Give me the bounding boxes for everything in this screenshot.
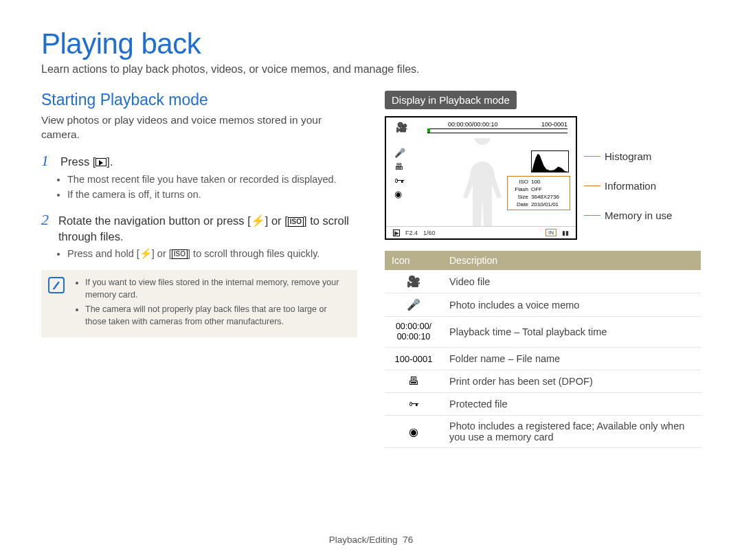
section-heading: Starting Playback mode — [41, 91, 357, 109]
note-item: The camera will not properly play back f… — [85, 304, 348, 328]
folder-file-text: 100-0001 — [395, 354, 433, 365]
step-2-bullets: Press and hold [⚡] or [ISO] to scroll th… — [41, 247, 357, 260]
callout-connector — [584, 156, 600, 157]
page-footer: Playback/Editing 76 — [0, 535, 742, 545]
step-1-bullets: The most recent file you have taken or r… — [41, 172, 357, 202]
bullet-item: The most recent file you have taken or r… — [67, 172, 357, 186]
manual-page: Playing back Learn actions to play back … — [0, 0, 742, 560]
histogram-thumbnail — [531, 150, 569, 172]
print-order-icon: 🖶 — [408, 375, 419, 387]
playback-button-icon — [95, 158, 106, 166]
table-desc: Video file — [442, 270, 701, 293]
step-2: 2 Rotate the navigation button or press … — [41, 211, 357, 260]
step-number: 2 — [41, 211, 52, 229]
step-number: 1 — [41, 152, 54, 170]
memory-in-use-badge: IN — [546, 229, 556, 236]
table-desc: Playback time – Total playback time — [442, 317, 701, 348]
registered-face-icon: ◉ — [394, 188, 405, 201]
bullet-item: If the camera is off, it turns on. — [67, 188, 357, 201]
flash-icon: ⚡ — [251, 213, 265, 228]
two-column-layout: Starting Playback mode View photos or pl… — [41, 91, 701, 448]
table-desc: Photo includes a registered face; Availa… — [442, 416, 701, 448]
photo-silhouette — [451, 138, 513, 227]
video-file-icon: 🎥 — [396, 122, 407, 133]
page-intro: Learn actions to play back photos, video… — [41, 63, 701, 76]
camera-lcd-preview: 🎥 00:00:00/00:00:10 100-0001 🎤 🖶 🗝 ◉ — [385, 116, 577, 240]
step-1: 1 Press []. The most recent file you hav… — [41, 152, 357, 202]
playback-mode-icon: ▶ — [393, 229, 400, 236]
aperture-value: F2.4 — [405, 229, 418, 236]
progress-track — [427, 128, 567, 129]
right-column: Display in Playback mode 🎥 00:00:00/00:0… — [385, 91, 701, 448]
callout-connector — [584, 215, 600, 216]
note-box: If you want to view files stored in the … — [41, 270, 357, 337]
icon-description-table: Icon Description 🎥 Video file 🎤 Photo in… — [385, 251, 701, 448]
table-head-icon: Icon — [385, 251, 442, 270]
display-mode-label: Display in Playback mode — [385, 91, 517, 109]
voice-memo-icon: 🎤 — [407, 299, 420, 311]
footer-section: Playback/Editing — [329, 535, 398, 545]
lcd-bottom-bar: ▶ F2.4 1/60 IN ▮▮ — [386, 226, 576, 238]
folder-file-name: 100-0001 — [541, 121, 567, 128]
footer-page-number: 76 — [403, 535, 413, 545]
progress-track — [427, 133, 567, 133]
note-icon — [48, 277, 65, 293]
status-icon-stack: 🎤 🖶 🗝 ◉ — [394, 146, 405, 201]
callout-histogram: Histogram — [605, 150, 651, 162]
table-row: 100-0001 Folder name – File name — [385, 348, 701, 370]
table-row: 🎥 Video file — [385, 270, 701, 293]
table-row: 🎤 Photo includes a voice memo — [385, 293, 701, 317]
left-column: Starting Playback mode View photos or pl… — [41, 91, 357, 448]
callout-connector — [584, 186, 600, 186]
voice-memo-icon: 🎤 — [394, 146, 405, 160]
table-desc: Folder name – File name — [442, 348, 701, 370]
flash-icon: ⚡ — [139, 247, 152, 260]
table-desc: Protected file — [442, 393, 701, 416]
table-desc: Print order has been set (DPOF) — [442, 370, 701, 393]
protected-icon: 🗝 — [409, 398, 419, 410]
table-row: 00:00:00/00:00:10 Playback time – Total … — [385, 317, 701, 348]
protected-icon: 🗝 — [394, 174, 405, 188]
video-file-icon: 🎥 — [407, 276, 420, 287]
callout-memory: Memory in use — [605, 210, 672, 221]
section-lead: View photos or play videos and voice mem… — [41, 113, 357, 142]
shutter-value: 1/60 — [423, 229, 436, 236]
callout-labels: Histogram Information Memory in use — [584, 116, 672, 221]
battery-icon: ▮▮ — [562, 229, 569, 236]
note-item: If you want to view files stored in the … — [85, 277, 348, 301]
table-row: ◉ Photo includes a registered face; Avai… — [385, 416, 701, 448]
step-2-instruction: Rotate the navigation button or press [⚡… — [58, 213, 357, 244]
table-row: 🖶 Print order has been set (DPOF) — [385, 370, 701, 393]
print-order-icon: 🖶 — [394, 160, 405, 174]
step-1-instruction: Press []. — [60, 154, 113, 169]
playback-time: 00:00:00/00:00:10 — [448, 121, 498, 128]
registered-face-icon: ◉ — [409, 426, 418, 438]
table-row: 🗝 Protected file — [385, 393, 701, 416]
info-overlay: ISO100 FlashOFF Size3648X2736 Date2010/0… — [507, 176, 570, 210]
table-head-description: Description — [442, 251, 701, 270]
table-desc: Photo includes a voice memo — [442, 293, 701, 317]
bullet-item: Press and hold [⚡] or [ISO] to scroll th… — [67, 247, 357, 260]
page-title: Playing back — [41, 27, 701, 60]
callout-information: Information — [605, 180, 656, 192]
iso-icon: ISO — [288, 217, 304, 227]
screen-with-callouts: 🎥 00:00:00/00:00:10 100-0001 🎤 🖶 🗝 ◉ — [385, 116, 701, 240]
iso-icon: ISO — [172, 249, 188, 259]
playback-time-text: 00:00:00/00:00:10 — [396, 322, 431, 342]
